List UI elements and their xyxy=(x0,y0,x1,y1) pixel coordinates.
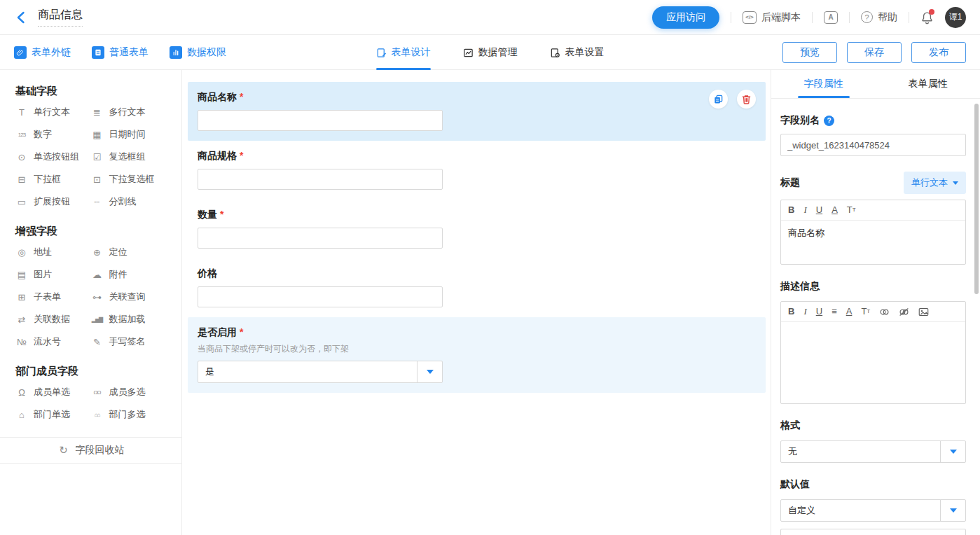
field-input[interactable] xyxy=(198,228,443,249)
select-icon: ⊟ xyxy=(15,174,28,185)
bold-button[interactable]: B xyxy=(788,306,794,317)
chevron-down-icon xyxy=(940,500,965,521)
description-editor: BIU≡ATT xyxy=(780,301,966,404)
palette-item[interactable]: ⊶ 关联查询 xyxy=(91,286,167,308)
log-icon[interactable]: A xyxy=(824,11,838,24)
toolbar-link-1[interactable]: 普通表单 xyxy=(92,46,149,59)
topbar: 商品信息 应用访问 </> 后端脚本 A ? 帮助 谭1 xyxy=(0,0,980,35)
italic-button[interactable]: I xyxy=(803,306,806,317)
backend-script-button[interactable]: </> 后端脚本 xyxy=(743,11,801,24)
palette-item[interactable]: ▤ 图片 xyxy=(15,263,91,286)
page-title[interactable]: 商品信息 xyxy=(38,8,83,27)
tab-2[interactable]: 表单设置 xyxy=(550,35,605,70)
title-editor-content[interactable]: 商品名称 xyxy=(781,221,965,264)
panel-tab-1[interactable]: 表单属性 xyxy=(876,70,980,98)
palette-item[interactable]: ▭ 扩展按钮 xyxy=(15,190,91,213)
palette-item[interactable]: ⊙ 单选按钮组 xyxy=(15,146,91,168)
palette-item[interactable]: ⌂ 部门单选 xyxy=(15,403,91,426)
action-button-1[interactable]: 保存 xyxy=(847,42,902,63)
unlink-button[interactable] xyxy=(899,307,909,317)
palette-item[interactable]: ⊞ 子表单 xyxy=(15,286,91,308)
description-editor-content[interactable] xyxy=(781,322,965,403)
field-type-select[interactable]: 单行文本 xyxy=(904,172,966,194)
toolbar-link-label: 表单外链 xyxy=(32,46,71,59)
font-color-button[interactable]: A xyxy=(846,306,853,317)
bold-button[interactable]: B xyxy=(788,204,794,216)
default-value-input[interactable] xyxy=(780,529,966,535)
palette-item[interactable]: ⇄ 关联数据 xyxy=(15,308,91,331)
field-input[interactable] xyxy=(198,169,443,190)
canvas-field-2[interactable]: 数量* xyxy=(188,200,766,258)
italic-button[interactable]: I xyxy=(803,204,806,216)
canvas-field-1[interactable]: 商品规格* xyxy=(188,141,766,200)
palette-item[interactable]: ⊕ 定位 xyxy=(91,241,167,263)
format-select[interactable]: 无 xyxy=(780,440,966,463)
help-button[interactable]: ? 帮助 xyxy=(861,11,897,24)
palette-item[interactable]: ◎ 地址 xyxy=(15,241,91,263)
tab-label: 数据管理 xyxy=(478,46,518,59)
default-value-select[interactable]: 自定义 xyxy=(780,499,966,522)
palette-item-label: 定位 xyxy=(109,246,127,258)
underline-button[interactable]: U xyxy=(816,204,822,216)
align-button[interactable]: ≡ xyxy=(831,306,837,317)
notification-bell-icon[interactable] xyxy=(920,11,934,25)
insert-image-button[interactable] xyxy=(918,307,929,317)
palette-item[interactable]: ☁ 附件 xyxy=(91,263,167,286)
font-size-button[interactable]: TT xyxy=(861,306,870,317)
underline-button[interactable]: U xyxy=(816,306,822,317)
scrollbar-thumb[interactable] xyxy=(974,104,979,294)
help-icon[interactable]: ? xyxy=(824,116,834,126)
toolbar-link-0[interactable]: 表单外链 xyxy=(14,46,71,59)
palette-item[interactable]: ▦ 日期时间 xyxy=(91,123,167,146)
action-button-0[interactable]: 预览 xyxy=(782,42,837,63)
copy-field-button[interactable] xyxy=(709,90,728,109)
back-icon[interactable] xyxy=(13,10,28,25)
palette-item[interactable]: 123 数字 xyxy=(15,123,91,146)
canvas-field-0[interactable]: 商品名称* xyxy=(188,82,766,141)
field-description: 当商品下架或停产时可以改为否，即下架 xyxy=(198,343,756,355)
font-color-button[interactable]: A xyxy=(831,204,838,216)
app-access-button[interactable]: 应用访问 xyxy=(652,6,719,29)
tab-0[interactable]: 表单设计 xyxy=(376,35,431,70)
palette-item[interactable]: ☑ 复选框组 xyxy=(91,146,167,168)
toolbar-link-2[interactable]: 数据权限 xyxy=(170,46,226,59)
field-select[interactable]: 是 xyxy=(198,361,443,383)
location-icon: ⊕ xyxy=(91,247,104,258)
data-load-icon: ▂▅▇ xyxy=(91,317,104,323)
palette-item[interactable]: № 流水号 xyxy=(15,331,91,353)
palette-item[interactable]: T 单行文本 xyxy=(15,101,91,123)
field-input[interactable] xyxy=(198,110,443,131)
palette-item[interactable]: ╌ 分割线 xyxy=(91,190,167,213)
canvas-field-4[interactable]: 是否启用* 当商品下架或停产时可以改为否，即下架 是 xyxy=(188,317,766,393)
palette-item[interactable]: ΩΩ 成员多选 xyxy=(91,381,167,403)
palette-item[interactable]: ▂▅▇ 数据加载 xyxy=(91,308,167,331)
palette-section-title: 增强字段 xyxy=(15,225,166,238)
palette-item[interactable]: ✎ 手写签名 xyxy=(91,331,167,353)
palette-item[interactable]: ⊟ 下拉框 xyxy=(15,168,91,190)
tab-1[interactable]: 数据管理 xyxy=(463,35,518,70)
link-button[interactable] xyxy=(879,307,890,317)
font-size-button[interactable]: TT xyxy=(847,204,856,216)
field-alias-input[interactable] xyxy=(780,134,966,156)
palette-item[interactable]: ≣ 多行文本 xyxy=(91,101,167,123)
field-recycle-bin[interactable]: ↻ 字段回收站 xyxy=(0,437,181,464)
canvas-field-3[interactable]: 价格 xyxy=(188,258,766,317)
form-canvas[interactable]: 商品名称* 商品规格* 数量* 价格 是否启用* 当商品下架或停产时可以改为否，… xyxy=(182,70,771,535)
divider xyxy=(909,12,909,23)
chevron-down-icon xyxy=(953,181,958,185)
panel-scrollbar[interactable] xyxy=(974,70,979,535)
panel-tab-0[interactable]: 字段属性 xyxy=(771,70,876,98)
delete-field-button[interactable] xyxy=(737,90,756,109)
palette-item[interactable]: ⌂⌂ 部门多选 xyxy=(91,403,167,426)
palette-item[interactable]: Ω 成员单选 xyxy=(15,381,91,403)
action-button-2[interactable]: 发布 xyxy=(911,42,966,63)
palette-item[interactable]: ⊡ 下拉复选框 xyxy=(91,168,167,190)
field-alias-label: 字段别名 xyxy=(780,114,820,127)
trash-icon xyxy=(741,94,752,105)
chevron-down-icon xyxy=(940,441,965,462)
field-label: 数量* xyxy=(198,209,756,221)
divider-line-icon: ╌ xyxy=(91,197,104,207)
field-input[interactable] xyxy=(198,286,443,307)
avatar[interactable]: 谭1 xyxy=(945,7,966,28)
notification-dot xyxy=(929,9,934,15)
